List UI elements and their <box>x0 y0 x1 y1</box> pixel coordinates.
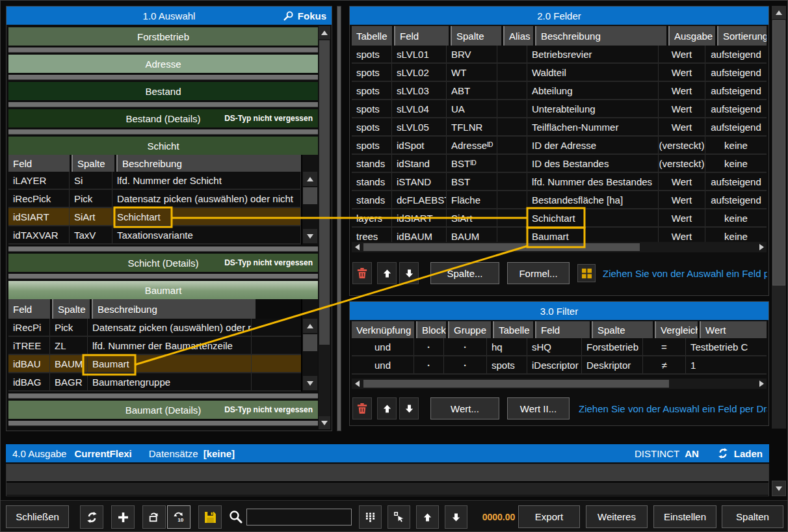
keypad-button[interactable] <box>359 505 382 529</box>
section-header-bestand-details[interactable]: Bestand (Details) DS-Typ nicht vergessen <box>8 109 318 127</box>
table-row[interactable]: spotssLVL03ABTAbteilungWertaufsteigend <box>352 82 767 100</box>
table-row[interactable]: spotssLVL01BRVBetriebsrevierWertaufsteig… <box>352 46 767 64</box>
section-splitter[interactable] <box>8 102 318 107</box>
column-header[interactable]: Ausgabe <box>668 26 715 46</box>
scroll-right-button[interactable] <box>756 242 767 252</box>
spalte-button[interactable]: Spalte... <box>430 262 499 284</box>
section-header-baumart-details[interactable]: Baumart (Details) DS-Typ nicht vergessen <box>8 401 318 419</box>
layout-grid-button[interactable] <box>577 264 596 282</box>
section-header-forstbetrieb[interactable]: Forstbetrieb <box>8 27 318 46</box>
table-row[interactable]: iRecPiPickDatensatz picken (auswählen) o… <box>8 319 301 337</box>
table-row[interactable]: standsdcFLAEBSTFlächeBestandesfläche [ha… <box>352 191 767 209</box>
add-button[interactable] <box>111 505 135 529</box>
felder-hscrollbar[interactable] <box>352 242 767 252</box>
scroll-up-button[interactable] <box>303 319 317 333</box>
section-header-schicht[interactable]: Schicht <box>8 137 318 155</box>
section-splitter[interactable] <box>8 129 318 135</box>
schliessen-button[interactable]: Schließen <box>6 505 69 528</box>
weiteres-button[interactable]: Weiteres <box>586 505 648 528</box>
column-header[interactable]: Spalte <box>451 26 501 46</box>
scrollbar-thumb[interactable] <box>772 20 785 286</box>
column-header[interactable]: Block <box>416 321 446 338</box>
reload-button[interactable] <box>80 505 103 529</box>
filter-hscrollbar[interactable] <box>352 379 767 389</box>
row-down-button[interactable] <box>445 505 467 529</box>
column-header[interactable]: Sortierung <box>717 26 767 46</box>
table-row[interactable]: standsiSTANDBSTlfd. Nummer des Bestandes… <box>352 173 767 191</box>
table-row[interactable]: idBAGBAGRBaumartengruppe <box>8 373 301 392</box>
column-header[interactable]: Feld <box>8 299 50 319</box>
column-header[interactable]: Alias <box>503 26 533 46</box>
column-header[interactable]: Spalte <box>592 321 653 338</box>
section-header-schicht-details[interactable]: Schicht (Details) DS-Typ nicht vergessen <box>8 254 318 272</box>
scroll-right-button[interactable] <box>756 379 767 389</box>
table-row[interactable]: idBAUBAUMBaumart <box>8 355 301 373</box>
column-header[interactable]: Tabelle <box>493 321 533 338</box>
table-row[interactable]: und··spotsiDescriptorDeskriptor≠1 <box>352 356 767 375</box>
scrollbar-thumb[interactable] <box>303 334 317 351</box>
scroll-up-button[interactable] <box>772 6 786 19</box>
section-header-baumart[interactable]: Baumart <box>8 281 318 299</box>
column-header[interactable]: Feld <box>8 155 70 172</box>
column-header[interactable]: Tabelle <box>352 26 392 46</box>
table-row[interactable]: iTREEZLlfd. Nummer der Baumartenzeile <box>8 337 301 355</box>
section-splitter[interactable] <box>8 393 318 399</box>
formel-button[interactable]: Formel... <box>507 262 570 284</box>
table-row[interactable]: und··hqsHQForstbetrieb=Testbetrieb C <box>352 338 767 356</box>
delete-field-button[interactable] <box>352 262 372 284</box>
move-field-up-button[interactable] <box>377 262 397 284</box>
load-query-button[interactable] <box>142 505 166 529</box>
table-row[interactable]: spotssLVL02WTWaldteilWertaufsteigend <box>352 64 767 82</box>
save-button[interactable] <box>198 505 222 529</box>
scroll-down-button[interactable] <box>303 229 317 243</box>
main-scrollbar[interactable] <box>772 6 786 429</box>
ausgabe-scroll-down-button[interactable] <box>772 481 786 496</box>
scrollbar-thumb[interactable] <box>319 40 330 345</box>
section-header-bestand[interactable]: Bestand <box>8 82 318 100</box>
move-field-down-button[interactable] <box>399 262 419 284</box>
wert2-button[interactable]: Wert II... <box>507 397 570 419</box>
column-header[interactable]: Beschreibung <box>92 299 256 319</box>
scroll-left-button[interactable] <box>352 379 362 389</box>
section-splitter[interactable] <box>8 75 318 80</box>
scrollbar-thumb[interactable] <box>303 187 317 204</box>
distinct-toggle[interactable]: AN <box>685 448 699 459</box>
table-row[interactable]: iLAYERSilfd. Nummer der Schicht <box>8 172 301 190</box>
move-filter-up-button[interactable] <box>377 397 397 419</box>
auswahl-scrollbar[interactable] <box>319 26 330 429</box>
wert-button[interactable]: Wert... <box>430 397 499 419</box>
section-splitter[interactable] <box>8 246 318 252</box>
scroll-left-button[interactable] <box>352 242 362 252</box>
scroll-up-button[interactable] <box>319 26 330 39</box>
table-row[interactable]: idTAXVARTaxVTaxationsvariante <box>8 226 301 245</box>
schicht-table-scrollbar[interactable] <box>301 155 318 245</box>
column-header[interactable]: Spalte <box>52 299 90 319</box>
column-header[interactable]: Feld <box>535 321 590 338</box>
table-row[interactable]: spotsidSpotAdresseᴵᴰID der Adresse(verst… <box>352 137 767 155</box>
column-header[interactable]: Spalte <box>72 155 114 172</box>
flexi-name[interactable]: CurrentFlexi <box>74 448 131 459</box>
select-mode-button[interactable] <box>387 505 410 529</box>
refresh-icon[interactable] <box>717 447 729 459</box>
column-header[interactable]: Beschreibung <box>116 155 301 172</box>
column-header[interactable]: Gruppe <box>448 321 491 338</box>
row-up-button[interactable] <box>416 505 439 529</box>
baumart-table-scrollbar[interactable] <box>301 299 318 392</box>
table-row[interactable]: spotssLVL04UAUnterabteilungWertaufsteige… <box>352 100 767 118</box>
section-splitter[interactable] <box>8 274 318 279</box>
column-header[interactable]: Feld <box>394 26 449 46</box>
laden-button[interactable]: Laden <box>734 448 763 459</box>
column-header[interactable]: Verknüpfung <box>352 321 414 338</box>
table-row[interactable]: standsidStandBSTᴵᴰID des Bestandes(verst… <box>352 155 767 173</box>
panel-splitter[interactable] <box>337 6 341 431</box>
spalten-button[interactable]: Spalten <box>722 505 783 528</box>
fokus-button[interactable]: Fokus <box>283 7 326 25</box>
move-filter-down-button[interactable] <box>399 397 419 419</box>
scroll-up-button[interactable] <box>303 172 317 186</box>
search-input[interactable] <box>246 509 352 525</box>
scroll-down-button[interactable] <box>319 416 330 429</box>
scroll-down-button[interactable] <box>303 376 317 390</box>
delete-filter-button[interactable] <box>352 397 372 419</box>
scrollbar-thumb[interactable] <box>363 243 640 251</box>
table-row[interactable]: iRecPickPickDatensatz picken (auswählen)… <box>8 190 301 208</box>
